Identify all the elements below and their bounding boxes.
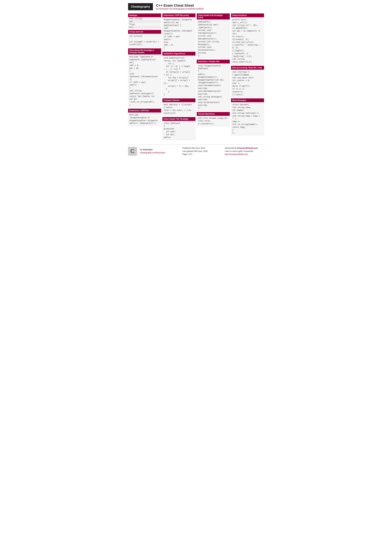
logo: Cheatography xyxy=(128,3,153,10)
section-extensions-cpp: Extensions / CPP File#include "Ringwerkz… xyxy=(128,109,161,126)
section-string-functions: String functionsprintf("%s\n", text.c_st… xyxy=(231,14,264,65)
section-content-class-header-paradigm: class Zaehlwerk { protected: int zahl; i… xyxy=(162,121,195,140)
section-header-data-processing: Data processing / Read file / char xyxy=(231,66,264,70)
subtitle: by Kemmojoo via cheatography.com/28261/c… xyxy=(156,7,204,10)
section-bubblesort: bubbleSort Algorithmusvoid bubblesort(in… xyxy=(162,52,195,97)
section-header-extensions-header: Extentions / Header File xyxy=(197,60,230,63)
section-thread-ops: Thread Operationsstd::this_thread::sleep… xyxy=(197,112,230,126)
section-extensions-header: Extentions / Header Fileclass Ringwerkza… xyxy=(197,60,230,111)
section-header-class-header-cont: Class header File Paradigm (cont) xyxy=(197,14,230,20)
section-header-bubblesort: bubbleSort Algorithmus xyxy=(162,52,195,56)
section-content-extensions-header: class Ringwerkzaehler : Zaehlwerk { publ… xyxy=(197,63,230,111)
section-content-arrays-list: int ar[size] int arLenght = sizeof(ar) /… xyxy=(128,34,161,47)
section-header-extensions-cpp: Extensions / CPP File xyxy=(128,109,161,112)
column-1: Extensions / CPP File (cont)Ringwerkzaeh… xyxy=(162,14,195,141)
column-2: Class header File Paradigm (cont)Zaehlwe… xyxy=(197,14,230,128)
section-header-thread-ops: Thread Operations xyxy=(197,112,230,116)
footer-logo: C xyxy=(128,147,137,156)
page-header: Cheatography C++ Exam Cheat Sheet by Kem… xyxy=(128,3,264,10)
section-content-data-processing: std::ifstream f; f.open(fileName, std::i… xyxy=(231,70,264,97)
section-content-thread-ops: std::this_thread::sleep_for(std::chron o… xyxy=(197,116,230,126)
section-header-struct-example: Struct Example xyxy=(231,98,264,102)
footer-sponsor-label: Sponsored by CrosswordCheats.com xyxy=(225,147,264,150)
list-item: std::string xyxy=(128,17,161,20)
footer-sponsor-link[interactable]: CrosswordCheats.com xyxy=(237,147,258,149)
list-item: etc. xyxy=(128,26,161,29)
footer-sponsor-col: Sponsored by CrosswordCheats.com Learn t… xyxy=(225,147,264,156)
section-header-datatypes: Datatyps xyxy=(128,14,161,17)
footer-published: Published 16th June, 2016. xyxy=(183,147,222,150)
section-header-class-body: Class Body File Paradigm // Compare Head… xyxy=(128,48,161,54)
main-content: Datatypsstd::stringintfloatetc.Arrays an… xyxy=(128,14,264,141)
section-content-bubblesort: void bubblesort(int *array, int length){… xyxy=(162,56,195,97)
section-header-string-functions: String functions xyxy=(231,14,264,17)
section-header-extensions-cpp-cont: Extensions / CPP File (cont) xyxy=(162,14,195,17)
section-list-datatypes: std::stringintfloatetc. xyxy=(128,17,161,29)
footer: C By Kemmojoo cheatography.com/kemmojoo/… xyxy=(128,144,264,156)
footer-author-col: By Kemmojoo cheatography.com/kemmojoo/ xyxy=(140,148,179,154)
section-data-processing: Data processing / Read file / charstd::i… xyxy=(231,66,264,97)
footer-author-url[interactable]: cheatography.com/kemmojoo/ xyxy=(140,151,179,154)
section-arrays-list: Arrays and Listint ar[size] int arLenght… xyxy=(128,30,161,47)
section-content-class-header-cont: Zaehlwerk(); Zaehlwerk(int max); ~Zaehlw… xyxy=(197,20,230,58)
section-content-extensions-cpp: #include "Ringwerkzaehler.h" Ringwerkzae… xyxy=(128,112,161,126)
section-header-compare-classes: Compare Classes xyxy=(162,98,195,102)
section-content-extensions-cpp-cont: Ringwerkzaehler::Ringwerkz aehler(int ma… xyxy=(162,17,195,51)
section-header-class-header-paradigm: Class header File Paradigm xyxy=(162,117,195,121)
column-3: String functionsprintf("%s\n", text.c_st… xyxy=(231,14,264,137)
list-item: float xyxy=(128,23,161,26)
footer-author: By Kemmojoo xyxy=(140,148,179,151)
section-class-body: Class Body File Paradigm // Compare Head… xyxy=(128,48,161,107)
footer-sponsor-url[interactable]: http://crosswordcheats.com xyxy=(225,153,264,156)
section-class-header-paradigm: Class header File Paradigmclass Zaehlwer… xyxy=(162,117,195,140)
section-content-struct-example: struct kontakt{ std::string name; int nu… xyxy=(231,102,264,135)
footer-dates-col: Published 16th June, 2016. Last updated … xyxy=(183,147,222,156)
section-extensions-cpp-cont: Extensions / CPP File (cont)Ringwerkzaeh… xyxy=(162,14,195,51)
section-header-arrays-list: Arrays and List xyxy=(128,30,161,34)
column-0: Datatypsstd::stringintfloatetc.Arrays an… xyxy=(128,14,161,127)
section-compare-classes: Compare Classesbool operator < (classobj… xyxy=(162,98,195,116)
section-datatypes: Datatypsstd::stringintfloatetc. xyxy=(128,14,161,29)
footer-page: Page 1 of 2. xyxy=(183,153,222,156)
section-content-string-functions: printf("%s\n", text.c_str()); std::strin… xyxy=(231,17,264,65)
list-item: int xyxy=(128,20,161,23)
section-content-compare-classes: bool operator < (classobj) { return (cVa… xyxy=(162,102,195,116)
page-title: C++ Exam Cheat Sheet xyxy=(156,3,204,7)
footer-updated: Last updated 16th June, 2016. xyxy=(183,150,222,153)
footer-sponsor-desc: Learn to solve cryptic crosswords! xyxy=(225,150,264,153)
section-class-header-cont: Class header File Paradigm (cont)Zaehlwe… xyxy=(197,14,230,58)
section-content-class-body: #include "Zaehlwerk.h" Zaehlwerk::Zaehlw… xyxy=(128,54,161,107)
section-struct-example: Struct Examplestruct kontakt{ std::strin… xyxy=(231,98,264,135)
title-area: C++ Exam Cheat Sheet by Kemmojoo via che… xyxy=(156,3,204,10)
